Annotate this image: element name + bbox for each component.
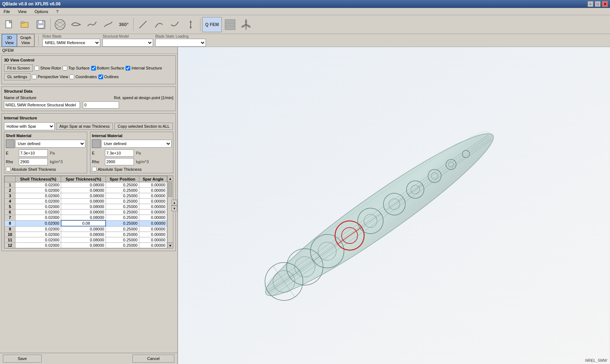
spar-thickness-cell[interactable]: 0.08000: [61, 188, 106, 193]
name-input[interactable]: [4, 101, 80, 109]
spar-angle-cell[interactable]: 0.00000: [139, 209, 167, 215]
spar-thickness-cell[interactable]: [61, 220, 106, 226]
spar-angle-cell[interactable]: 0.00000: [139, 193, 167, 199]
coordinates-checkbox[interactable]: [69, 75, 74, 79]
spar-thickness-cell[interactable]: 0.08000: [61, 226, 106, 232]
shell-thickness-cell[interactable]: 0.02000: [16, 226, 61, 232]
show-rotor-checkbox[interactable]: [34, 66, 39, 71]
spar-angle-cell[interactable]: 0.00000: [139, 220, 167, 226]
spar-angle-cell[interactable]: 0.00000: [139, 243, 167, 248]
perspective-checkbox[interactable]: [32, 75, 37, 79]
spar-position-cell[interactable]: 0.25000: [106, 199, 139, 204]
spar-thickness-cell[interactable]: 0.08000: [61, 237, 106, 243]
curve2-button[interactable]: [167, 17, 182, 32]
save-button[interactable]: [33, 17, 48, 32]
shell-thickness-cell[interactable]: 0.02000: [16, 182, 61, 188]
spar-position-cell[interactable]: 0.25000: [106, 188, 139, 193]
scroll-up-button[interactable]: ▲: [168, 176, 173, 182]
perspective-label[interactable]: Perspective View: [32, 75, 68, 79]
outlines-checkbox[interactable]: [98, 75, 103, 79]
gl-settings-button[interactable]: GL settings: [4, 73, 30, 80]
shell-thickness-cell[interactable]: 0.02000: [16, 220, 61, 226]
restore-button[interactable]: □: [595, 1, 601, 7]
spar-thickness-cell[interactable]: 0.08000: [61, 215, 106, 221]
shell-thickness-cell[interactable]: 0.02000: [16, 204, 61, 209]
vertical-button[interactable]: [183, 17, 198, 32]
blade-design-button[interactable]: [100, 17, 115, 32]
save-button[interactable]: Save: [3, 355, 42, 363]
menu-options[interactable]: Options: [32, 9, 50, 14]
spar-position-cell[interactable]: 0.25000: [106, 204, 139, 209]
spar-position-cell[interactable]: 0.25000: [106, 209, 139, 215]
spar-position-cell[interactable]: 0.25000: [106, 220, 139, 226]
spar-position-cell[interactable]: 0.25000: [106, 237, 139, 243]
spar-angle-cell[interactable]: 0.00000: [139, 199, 167, 204]
internal-material-combo[interactable]: User defined: [101, 140, 171, 148]
panel-scroll-up[interactable]: ▲: [171, 200, 177, 206]
internal-structure-checkbox[interactable]: [126, 66, 130, 71]
spar-thickness-cell[interactable]: 0.08000: [61, 199, 106, 204]
fit-to-screen-button[interactable]: Fit to Screen: [4, 64, 33, 72]
spar-position-cell[interactable]: 0.25000: [106, 226, 139, 232]
spar-angle-cell[interactable]: 0.00000: [139, 188, 167, 193]
shell-thickness-cell[interactable]: 0.02000: [16, 188, 61, 193]
top-surface-checkbox[interactable]: [63, 66, 67, 71]
blade-loading-select[interactable]: [155, 39, 206, 47]
minimize-button[interactable]: −: [588, 1, 593, 7]
rotor-blade-select[interactable]: NREL 5MW Reference: [42, 39, 100, 47]
line-button[interactable]: [135, 17, 151, 32]
spar-angle-cell[interactable]: 0.00000: [139, 204, 167, 209]
spar-angle-cell[interactable]: 0.00000: [139, 232, 167, 237]
spar-thickness-cell[interactable]: 0.08000: [61, 182, 106, 188]
shell-abs-thickness-checkbox[interactable]: [6, 167, 10, 172]
shell-rho-input[interactable]: [19, 158, 48, 165]
bottom-surface-checkbox[interactable]: [91, 66, 96, 71]
shell-thickness-cell[interactable]: 0.02000: [16, 193, 61, 199]
shell-e-input[interactable]: [19, 149, 48, 157]
qfem-button[interactable]: Q FEM: [202, 17, 222, 32]
bottom-surface-label[interactable]: Bottom Surface: [91, 66, 124, 71]
scroll-down-button[interactable]: ▼: [168, 242, 173, 248]
close-button[interactable]: ✕: [602, 1, 608, 7]
spar-position-cell[interactable]: 0.25000: [106, 243, 139, 248]
shell-thickness-cell[interactable]: 0.02000: [16, 232, 61, 237]
panel-scroll-down[interactable]: ▼: [171, 206, 177, 211]
polar-button[interactable]: [84, 17, 99, 32]
scroll-thumb[interactable]: [168, 182, 172, 197]
spar-angle-cell[interactable]: 0.00000: [139, 215, 167, 221]
curve1-button[interactable]: [151, 17, 166, 32]
spar-angle-cell[interactable]: 0.00000: [139, 237, 167, 243]
shell-material-combo[interactable]: User defined: [15, 140, 85, 148]
shell-thickness-cell[interactable]: 0.02000: [16, 243, 61, 248]
spar-position-cell[interactable]: 0.25000: [106, 215, 139, 221]
spar-thickness-cell[interactable]: 0.08000: [61, 204, 106, 209]
copy-section-button[interactable]: Copy selected Section to ALL: [114, 123, 173, 130]
360-button[interactable]: 360°: [116, 17, 131, 32]
structural-model-select[interactable]: [102, 39, 153, 47]
spar-thickness-cell[interactable]: 0.08000: [61, 243, 106, 248]
rotor-design-button[interactable]: [52, 17, 68, 32]
new-button[interactable]: [1, 17, 17, 32]
internal-structure-label[interactable]: Internal Structure: [126, 66, 162, 71]
internal-abs-thickness-checkbox[interactable]: [92, 167, 97, 172]
shell-thickness-cell[interactable]: 0.02000: [16, 199, 61, 204]
align-spar-button[interactable]: Align Spar at max Thickness: [56, 123, 113, 130]
spar-position-cell[interactable]: 0.25000: [106, 232, 139, 237]
top-surface-label[interactable]: Top Surface: [63, 66, 90, 71]
shell-thickness-cell[interactable]: 0.02000: [16, 237, 61, 243]
shell-thickness-cell[interactable]: 0.02000: [16, 209, 61, 215]
outlines-label[interactable]: Outlines: [98, 75, 119, 79]
menu-view[interactable]: View: [16, 9, 29, 14]
spar-angle-cell[interactable]: 0.00000: [139, 182, 167, 188]
cancel-button[interactable]: Cancel: [132, 355, 174, 363]
spar-position-cell[interactable]: 0.25000: [106, 182, 139, 188]
shell-abs-thickness-label[interactable]: Absolute Shell Thickness: [6, 167, 85, 172]
windmill-button[interactable]: [238, 17, 254, 32]
menu-help[interactable]: ?: [54, 9, 60, 14]
menu-file[interactable]: File: [1, 9, 12, 14]
airfoil-button[interactable]: [68, 17, 84, 32]
open-button[interactable]: [17, 17, 33, 32]
spar-thickness-input[interactable]: [82, 221, 104, 225]
internal-abs-thickness-label[interactable]: Absolute Spar Thickness: [92, 167, 171, 172]
rot-speed-input[interactable]: [83, 101, 119, 109]
